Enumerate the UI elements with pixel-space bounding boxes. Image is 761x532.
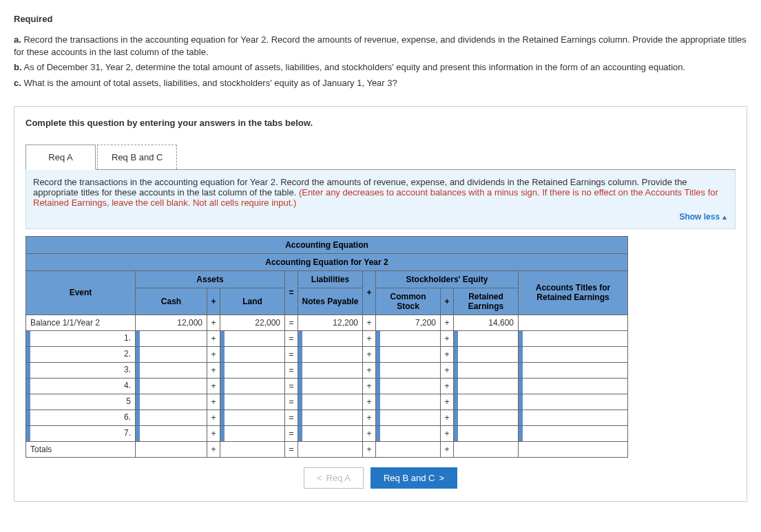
titles-input[interactable]: [519, 362, 628, 378]
header-liabilities: Liabilities: [298, 270, 363, 288]
header-op-plus-1: +: [363, 270, 376, 315]
prev-button-label: Req A: [326, 473, 351, 483]
op-plus: +: [363, 330, 376, 346]
retained-input[interactable]: [454, 409, 519, 425]
item-b-text: As of December 31, Year 2, determine the…: [23, 62, 685, 72]
header-event: Event: [26, 270, 136, 315]
totals-retained: [454, 441, 519, 457]
event-cell[interactable]: 7.: [26, 425, 136, 441]
notes-input[interactable]: [298, 409, 363, 425]
tab-req-b-and-c[interactable]: Req B and C: [97, 145, 177, 169]
common-input[interactable]: [376, 425, 441, 441]
row-totals: Totals + = + +: [26, 441, 628, 457]
table-row: 5+=++: [26, 394, 628, 409]
land-input[interactable]: [220, 425, 285, 441]
cash-input[interactable]: [136, 346, 207, 362]
intro-block: a. Record the transactions in the accoun…: [14, 34, 747, 89]
common-input[interactable]: [376, 346, 441, 362]
op-plus: +: [363, 441, 376, 457]
retained-input[interactable]: [454, 378, 519, 394]
op-eq: =: [285, 409, 298, 425]
table-row: 7.+=++: [26, 425, 628, 441]
header-op-eq-1: =: [285, 270, 298, 315]
cash-input[interactable]: [136, 394, 207, 409]
event-cell[interactable]: 1.: [26, 330, 136, 346]
op-plus: +: [441, 330, 454, 346]
land-input[interactable]: [220, 346, 285, 362]
chevron-right-icon: >: [439, 473, 444, 483]
op-eq: =: [285, 394, 298, 409]
header-notes-payable: Notes Payable: [298, 288, 363, 315]
op-plus: +: [207, 330, 220, 346]
op-plus: +: [207, 378, 220, 394]
header-common-stock: Common Stock: [376, 288, 441, 315]
balance-label: Balance 1/1/Year 2: [26, 315, 136, 330]
op-eq: =: [285, 346, 298, 362]
op-plus: +: [441, 378, 454, 394]
land-input[interactable]: [220, 362, 285, 378]
retained-input[interactable]: [454, 425, 519, 441]
notes-input[interactable]: [298, 346, 363, 362]
titles-input[interactable]: [519, 330, 628, 346]
cash-input[interactable]: [136, 330, 207, 346]
event-cell[interactable]: 2.: [26, 346, 136, 362]
op-plus: +: [207, 394, 220, 409]
titles-input[interactable]: [519, 409, 628, 425]
totals-label: Totals: [26, 441, 136, 457]
titles-input[interactable]: [519, 394, 628, 409]
show-less-toggle[interactable]: Show less▲: [33, 212, 728, 222]
retained-input[interactable]: [454, 346, 519, 362]
op-eq: =: [285, 315, 298, 330]
op-plus: +: [363, 425, 376, 441]
nav-buttons: < Req A Req B and C >: [25, 467, 736, 489]
event-cell[interactable]: 4.: [26, 378, 136, 394]
table-title-2: Accounting Equation for Year 2: [26, 253, 628, 270]
retained-input[interactable]: [454, 362, 519, 378]
notes-input[interactable]: [298, 330, 363, 346]
balance-common: 7,200: [376, 315, 441, 330]
titles-input[interactable]: [519, 425, 628, 441]
event-cell[interactable]: 5: [26, 394, 136, 409]
retained-input[interactable]: [454, 394, 519, 409]
balance-notes: 12,200: [298, 315, 363, 330]
table-row: 6.+=++: [26, 409, 628, 425]
op-plus: +: [441, 425, 454, 441]
op-plus: +: [207, 425, 220, 441]
land-input[interactable]: [220, 394, 285, 409]
cash-input[interactable]: [136, 425, 207, 441]
complete-instruction: Complete this question by entering your …: [25, 118, 736, 128]
cash-input[interactable]: [136, 362, 207, 378]
header-cash: Cash: [136, 288, 207, 315]
cash-input[interactable]: [136, 409, 207, 425]
titles-input[interactable]: [519, 378, 628, 394]
question-box: Complete this question by entering your …: [14, 106, 747, 502]
retained-input[interactable]: [454, 330, 519, 346]
op-plus: +: [363, 409, 376, 425]
land-input[interactable]: [220, 330, 285, 346]
land-input[interactable]: [220, 378, 285, 394]
op-plus: +: [207, 315, 220, 330]
table-row: 4.+=++: [26, 378, 628, 394]
common-input[interactable]: [376, 378, 441, 394]
common-input[interactable]: [376, 409, 441, 425]
common-input[interactable]: [376, 394, 441, 409]
notes-input[interactable]: [298, 362, 363, 378]
op-eq: =: [285, 330, 298, 346]
notes-input[interactable]: [298, 378, 363, 394]
event-cell[interactable]: 6.: [26, 409, 136, 425]
tab-req-a[interactable]: Req A: [25, 145, 96, 170]
header-land: Land: [220, 288, 285, 315]
cash-input[interactable]: [136, 378, 207, 394]
op-plus: +: [441, 346, 454, 362]
item-a-text: Record the transactions in the accountin…: [14, 34, 747, 57]
op-plus: +: [207, 409, 220, 425]
notes-input[interactable]: [298, 425, 363, 441]
common-input[interactable]: [376, 330, 441, 346]
event-cell[interactable]: 3.: [26, 362, 136, 378]
common-input[interactable]: [376, 362, 441, 378]
next-button[interactable]: Req B and C >: [371, 467, 457, 489]
prev-button[interactable]: < Req A: [304, 467, 364, 489]
titles-input[interactable]: [519, 346, 628, 362]
notes-input[interactable]: [298, 394, 363, 409]
land-input[interactable]: [220, 409, 285, 425]
